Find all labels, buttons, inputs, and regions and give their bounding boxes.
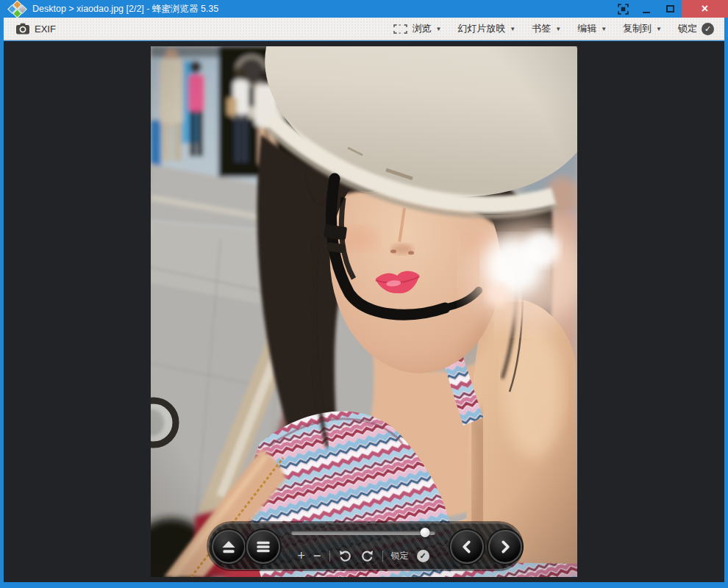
browse-frame-icon [393,24,407,34]
close-button[interactable]: × [682,0,728,18]
menu-edit-label: 编辑 [577,22,596,35]
app-logo-icon [9,1,26,16]
toolbar-lock-toggle[interactable]: 锁定 ✓ [678,22,714,35]
lock-check-icon: ✓ [702,23,714,35]
title-bar[interactable]: Desktop > xiaodao.jpg [2/2] - 蜂蜜浏览器 5.35… [0,0,728,18]
zoom-out-button[interactable]: − [313,549,321,562]
divider [329,551,330,562]
fullscreen-icon [618,4,629,15]
window-title: Desktop > xiaodao.jpg [2/2] - 蜂蜜浏览器 5.35 [32,3,218,15]
divider [382,551,383,562]
menu-browse[interactable]: 浏览 ▼ [393,22,441,35]
menu-copy-to[interactable]: 复制到 ▼ [623,22,662,35]
menu-bookmarks-label: 书签 [532,22,551,35]
menu-icon [254,537,273,556]
toolbar-menus: 浏览 ▼ 幻灯片放映 ▼ 书签 ▼ 编辑 ▼ 复制到 ▼ 锁定 ✓ [393,22,714,35]
minimize-button[interactable] [635,0,658,18]
viewer-control-bar: + − 锁定 ✓ [208,523,522,570]
exif-label: EXIF [35,24,56,35]
close-icon: × [702,2,708,15]
next-image-button[interactable] [488,530,522,564]
menu-browse-label: 浏览 [412,22,431,35]
fullscreen-button[interactable] [611,0,635,18]
toolbar-lock-label: 锁定 [678,22,697,35]
menu-edit[interactable]: 编辑 ▼ [577,22,607,35]
maximize-icon [666,5,674,12]
menu-copy-to-label: 复制到 [623,22,652,35]
previous-image-button[interactable] [450,530,484,564]
lock-check-icon[interactable]: ✓ [417,550,429,562]
toolbar: EXIF 浏览 ▼ 幻灯片放映 ▼ 书签 ▼ 编辑 ▼ [4,18,724,40]
zoom-slider[interactable] [291,531,435,535]
minimize-icon [643,12,650,13]
eject-button[interactable] [212,530,246,564]
rotate-right-icon[interactable] [360,549,374,563]
dropdown-arrow-icon: ▼ [555,26,561,32]
exif-button[interactable]: EXIF [15,23,56,35]
maximize-button[interactable] [658,0,682,18]
rotate-left-icon[interactable] [338,549,352,563]
menu-slideshow-label: 幻灯片放映 [457,22,505,35]
photo-image[interactable] [151,46,577,577]
viewer-canvas: + − 锁定 ✓ [4,41,724,582]
app-window: Desktop > xiaodao.jpg [2/2] - 蜂蜜浏览器 5.35… [0,0,728,588]
camera-icon [15,23,30,35]
controlbar-lock-label[interactable]: 锁定 [391,550,409,562]
dropdown-arrow-icon: ▼ [601,26,607,32]
dropdown-arrow-icon: ▼ [510,26,515,32]
eject-icon [219,537,238,556]
menu-button[interactable] [246,530,280,564]
dropdown-arrow-icon: ▼ [435,26,441,32]
menu-slideshow[interactable]: 幻灯片放映 ▼ [457,22,515,35]
control-row: + − 锁定 ✓ [288,546,438,565]
zoom-in-button[interactable]: + [297,549,305,562]
prev-icon [459,539,475,555]
zoom-slider-thumb[interactable] [421,528,430,537]
dropdown-arrow-icon: ▼ [656,26,662,32]
menu-bookmarks[interactable]: 书签 ▼ [532,22,561,35]
next-icon [497,539,513,555]
